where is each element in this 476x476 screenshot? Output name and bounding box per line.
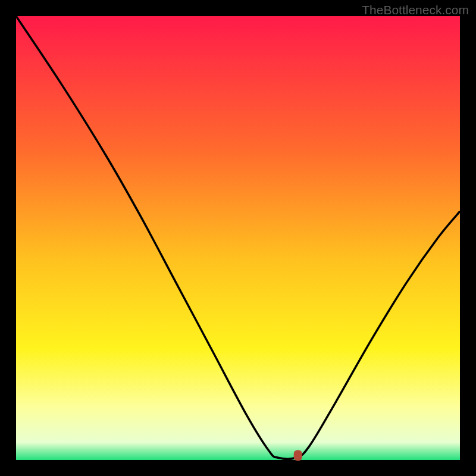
- plot-background: [16, 16, 460, 460]
- watermark-text: TheBottleneck.com: [362, 3, 469, 17]
- intersection-marker: [294, 450, 302, 461]
- chart: [0, 0, 476, 476]
